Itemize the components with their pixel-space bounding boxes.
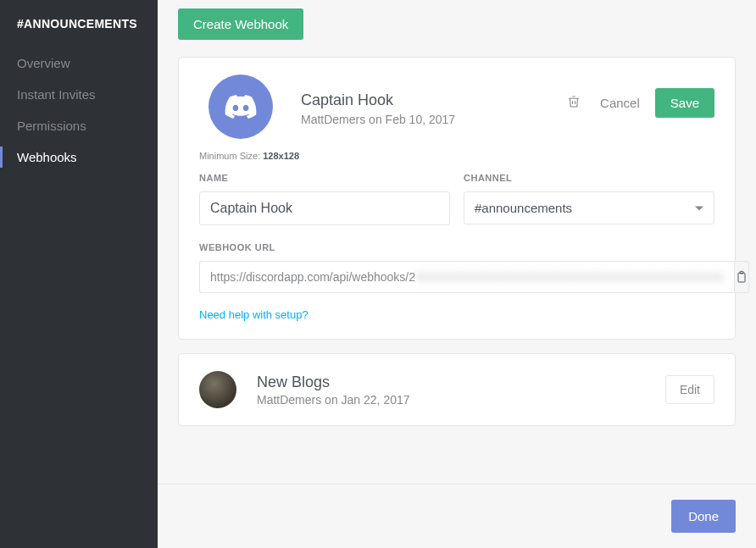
channel-select[interactable]: #announcements [464,191,714,224]
sidebar: #ANNOUNCEMENTS Overview Instant Invites … [0,0,158,548]
webhook-collapsed-meta: MattDemers on Jan 22, 2017 [257,393,665,407]
avatar-min-size: Minimum Size: 128x128 [199,151,301,161]
sidebar-title: #ANNOUNCEMENTS [0,17,158,47]
main-content: Create Webhook Minimum Size: 128x128 Cap… [158,0,756,548]
webhook-avatar[interactable] [208,75,273,139]
webhook-name-input[interactable] [199,191,450,225]
footer: Done [158,484,756,548]
url-label: WEBHOOK URL [199,242,714,252]
clipboard-icon [735,269,748,285]
trash-icon [566,93,581,110]
webhook-avatar-collapsed [199,371,236,408]
name-label: NAME [199,173,450,183]
channel-label: CHANNEL [464,173,714,183]
sidebar-item-permissions[interactable]: Permissions [0,110,158,141]
webhook-collapsed-panel: New Blogs MattDemers on Jan 22, 2017 Edi… [178,353,736,426]
delete-webhook-button[interactable] [563,90,585,116]
webhook-meta: MattDemers on Feb 10, 2017 [301,113,563,126]
sidebar-item-overview[interactable]: Overview [0,47,158,79]
edit-webhook-button[interactable]: Edit [665,375,714,404]
create-webhook-button[interactable]: Create Webhook [178,8,303,40]
help-link[interactable]: Need help with setup? [199,308,309,321]
copy-url-button[interactable] [734,261,749,293]
webhook-title: Captain Hook [301,91,563,109]
save-button[interactable]: Save [655,88,714,118]
cancel-button[interactable]: Cancel [600,96,640,110]
discord-logo-icon [223,89,258,125]
chevron-down-icon [695,206,703,210]
webhook-url-input[interactable]: https://discordapp.com/api/webhooks/2XXX… [199,261,734,293]
svg-rect-1 [740,271,743,274]
webhook-editor-panel: Minimum Size: 128x128 Captain Hook MattD… [178,57,736,340]
sidebar-item-webhooks[interactable]: Webhooks [0,141,158,173]
channel-select-value: #announcements [464,192,714,224]
sidebar-item-invites[interactable]: Instant Invites [0,79,158,110]
webhook-collapsed-title: New Blogs [257,374,665,391]
svg-rect-0 [738,273,745,282]
done-button[interactable]: Done [671,500,736,533]
